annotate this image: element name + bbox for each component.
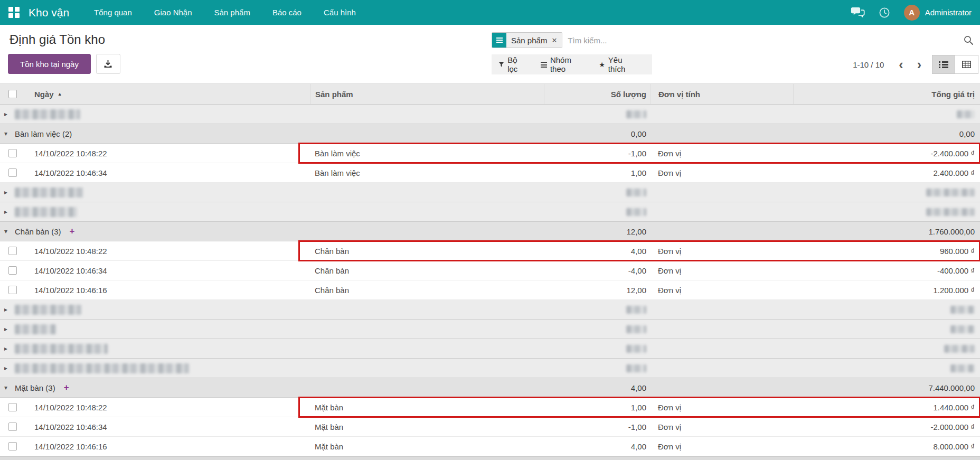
row-checkbox[interactable] bbox=[8, 247, 17, 255]
caret-right-icon[interactable]: ▸ bbox=[4, 110, 14, 118]
group-row-collapsed[interactable]: ▸ bbox=[0, 105, 980, 124]
cell-product: Bàn làm việc bbox=[310, 163, 544, 182]
table-row[interactable]: 14/10/2022 10:48:22Chân bàn4,00Đơn vị960… bbox=[0, 241, 980, 261]
redacted-group-label bbox=[15, 344, 108, 354]
row-checkbox[interactable] bbox=[8, 168, 17, 177]
search-icon[interactable] bbox=[964, 35, 974, 45]
cell-total-value: 8.000.000 ₫ bbox=[793, 437, 980, 456]
redacted-quantity bbox=[626, 306, 646, 314]
group-row-collapsed[interactable]: ▸ bbox=[0, 339, 980, 359]
header-uom[interactable]: Đơn vị tính bbox=[651, 84, 793, 104]
table-row[interactable]: 14/10/2022 10:46:34Mặt bàn-1,00Đơn vị-2.… bbox=[0, 417, 980, 437]
group-row-collapsed[interactable]: ▸ bbox=[0, 359, 980, 378]
group-row-collapsed[interactable]: ▸ bbox=[0, 202, 980, 222]
table-row[interactable]: 14/10/2022 10:46:34Bàn làm việc1,00Đơn v… bbox=[0, 163, 980, 183]
table-row[interactable]: 14/10/2022 10:46:16Mặt bàn4,00Đơn vị8.00… bbox=[0, 437, 980, 456]
group-row-expanded[interactable]: ▾Mặt bàn (3)+4,007.440.000,00 bbox=[0, 378, 980, 398]
header-product[interactable]: Sản phẩm bbox=[310, 84, 544, 104]
stock-at-date-button[interactable]: Tồn kho tại ngày bbox=[8, 54, 91, 74]
caret-right-icon[interactable]: ▸ bbox=[4, 306, 14, 313]
group-row-collapsed[interactable]: ▸ bbox=[0, 183, 980, 202]
caret-right-icon[interactable]: ▸ bbox=[4, 208, 14, 215]
messages-icon[interactable] bbox=[851, 7, 865, 18]
group-quantity bbox=[544, 320, 651, 339]
add-record-icon[interactable]: + bbox=[70, 226, 75, 237]
row-checkbox[interactable] bbox=[8, 286, 17, 294]
group-row-expanded[interactable]: ▾Chân bàn (3)+12,001.760.000,00 bbox=[0, 222, 980, 241]
header-date[interactable]: Ngày ▲ bbox=[25, 84, 310, 104]
search-facet: Sản phẩm ✕ bbox=[492, 32, 562, 48]
export-download-button[interactable] bbox=[96, 54, 120, 74]
caret-right-icon[interactable]: ▸ bbox=[4, 325, 14, 333]
cell-quantity: 1,00 bbox=[544, 398, 651, 417]
menu-item-configuration[interactable]: Cấu hình bbox=[313, 0, 367, 25]
filters-label: Bộ lọc bbox=[507, 55, 528, 73]
menu-item-products[interactable]: Sản phẩm bbox=[203, 0, 261, 25]
caret-down-icon[interactable]: ▾ bbox=[4, 130, 14, 137]
group-row-collapsed[interactable]: ▸ bbox=[0, 300, 980, 320]
user-name: Administrator bbox=[925, 8, 972, 17]
group-by-button[interactable]: Nhóm theo bbox=[534, 54, 592, 74]
cell-quantity: -1,00 bbox=[544, 144, 651, 163]
table-row[interactable]: 14/10/2022 10:48:22Bàn làm việc-1,00Đơn … bbox=[0, 144, 980, 163]
filters-button[interactable]: Bộ lọc bbox=[498, 54, 534, 74]
download-icon bbox=[103, 60, 112, 69]
table-row[interactable]: 14/10/2022 10:46:16Chân bàn12,00Đơn vị1.… bbox=[0, 280, 980, 300]
menu-item-reporting[interactable]: Báo cáo bbox=[261, 0, 313, 25]
group-total-value bbox=[793, 320, 980, 339]
activities-clock-icon[interactable] bbox=[879, 7, 890, 18]
header-total-value[interactable]: Tổng giá trị bbox=[793, 84, 980, 104]
row-checkbox[interactable] bbox=[8, 266, 17, 275]
facet-remove-icon[interactable]: ✕ bbox=[551, 36, 557, 44]
pivot-view-button[interactable] bbox=[955, 55, 978, 74]
header-quantity[interactable]: Số lượng bbox=[544, 84, 651, 104]
group-row-expanded[interactable]: ▾Bàn làm việc (2)0,000,00 bbox=[0, 124, 980, 144]
group-quantity bbox=[544, 183, 651, 202]
app-brand[interactable]: Kho vận bbox=[29, 6, 69, 19]
select-all-checkbox[interactable] bbox=[8, 90, 17, 98]
cell-date: 14/10/2022 10:46:34 bbox=[25, 261, 310, 280]
top-navbar: Kho vận Tổng quan Giao Nhận Sản phẩm Báo… bbox=[0, 0, 980, 25]
list-view-icon bbox=[939, 61, 948, 68]
caret-down-icon[interactable]: ▾ bbox=[4, 228, 14, 235]
redacted-group-label bbox=[15, 363, 189, 373]
redacted-total-value bbox=[950, 306, 975, 314]
group-row-collapsed[interactable]: ▸ bbox=[0, 320, 980, 339]
menu-item-transfers[interactable]: Giao Nhận bbox=[143, 0, 203, 25]
cell-uom: Đơn vị bbox=[651, 398, 793, 417]
row-checkbox[interactable] bbox=[8, 149, 17, 157]
user-menu[interactable]: A Administrator bbox=[904, 5, 972, 21]
redacted-total-value bbox=[950, 364, 975, 372]
row-checkbox[interactable] bbox=[8, 403, 17, 411]
cell-quantity: -4,00 bbox=[544, 261, 651, 280]
group-label: Chân bàn (3) bbox=[15, 227, 61, 236]
cell-uom: Đơn vị bbox=[651, 144, 793, 163]
row-checkbox[interactable] bbox=[8, 442, 17, 450]
redacted-group-label bbox=[15, 187, 83, 198]
cell-uom: Đơn vị bbox=[651, 437, 793, 456]
add-record-icon[interactable]: + bbox=[64, 382, 69, 393]
facet-label: Sản phẩm bbox=[511, 36, 547, 45]
search-input[interactable] bbox=[562, 36, 964, 45]
row-checkbox[interactable] bbox=[8, 423, 17, 431]
group-quantity: 4,00 bbox=[544, 378, 651, 397]
pager-next-icon[interactable]: › bbox=[914, 58, 925, 71]
horizontal-scrollbar-track[interactable] bbox=[0, 456, 980, 460]
inventory-valuation-table: Ngày ▲ Sản phẩm Số lượng Đơn vị tính Tổn… bbox=[0, 83, 980, 456]
pager-prev-icon[interactable]: ‹ bbox=[896, 58, 906, 71]
group-total-value bbox=[793, 359, 980, 378]
caret-down-icon[interactable]: ▾ bbox=[4, 384, 14, 391]
favorites-button[interactable]: ★ Yêu thích bbox=[592, 54, 645, 74]
group-quantity bbox=[544, 202, 651, 221]
caret-right-icon[interactable]: ▸ bbox=[4, 189, 14, 196]
table-row[interactable]: 14/10/2022 10:48:22Mặt bàn1,00Đơn vị1.44… bbox=[0, 398, 980, 417]
redacted-quantity bbox=[626, 189, 646, 196]
table-row[interactable]: 14/10/2022 10:46:34Chân bàn-4,00Đơn vị-4… bbox=[0, 261, 980, 280]
caret-right-icon[interactable]: ▸ bbox=[4, 345, 14, 352]
list-view-button[interactable] bbox=[932, 55, 955, 74]
group-quantity bbox=[544, 105, 651, 124]
group-total-value: 7.440.000,00 bbox=[793, 378, 980, 397]
menu-item-overview[interactable]: Tổng quan bbox=[83, 0, 143, 25]
apps-menu-icon[interactable] bbox=[8, 7, 20, 18]
caret-right-icon[interactable]: ▸ bbox=[4, 364, 14, 372]
